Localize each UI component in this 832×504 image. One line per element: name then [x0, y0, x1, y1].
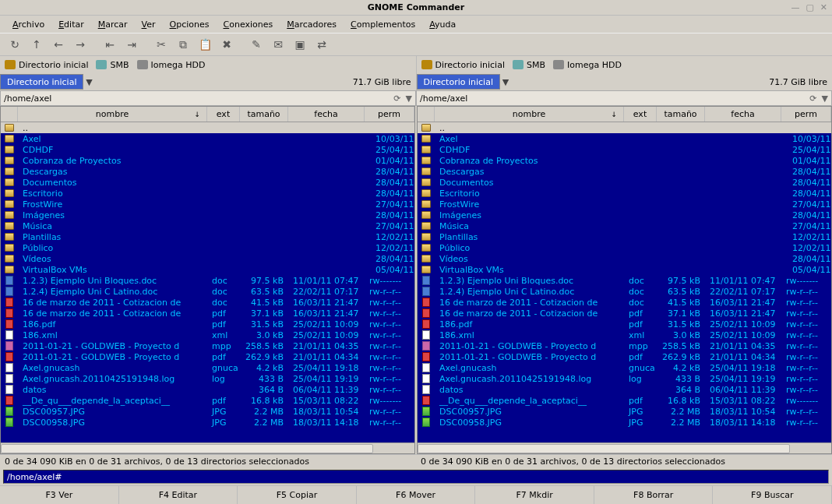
close-icon[interactable]: ✕	[820, 2, 827, 12]
file-row[interactable]: CDHDF25/04/11 18:56rwxr-xr-x	[418, 144, 831, 155]
connection-iomega-hdd[interactable]: Iomega HDD	[137, 60, 206, 70]
refresh-icon[interactable]: ↻	[5, 34, 25, 55]
col-header-size[interactable]: tamaño	[657, 107, 705, 122]
file-row[interactable]: DSC00958.JPGJPG2.2 MB18/03/11 14:18rw-r-…	[418, 417, 831, 428]
col-header-size[interactable]: tamaño	[240, 107, 288, 122]
file-row[interactable]: 186.xmlxml3.0 kB25/02/11 10:09rw-r--r--	[418, 330, 831, 340]
file-row[interactable]: 2011-01-21 - GOLDWEB - Proyecto dpdf262.…	[418, 351, 831, 362]
file-row[interactable]: Imágenes28/04/11 00:53rwxr-xr-x	[1, 210, 414, 220]
dropdown-icon[interactable]: ▼	[500, 77, 511, 87]
file-row[interactable]: Música27/04/11 23:39rwxr-xr-x	[418, 220, 831, 231]
col-header-icon[interactable]	[418, 107, 435, 122]
col-header-ext[interactable]: ext	[207, 107, 240, 122]
file-row[interactable]: Axel10/03/11 21:35rwx------	[418, 133, 831, 144]
menu-ver[interactable]: Ver	[136, 18, 162, 31]
paste-icon[interactable]: 📋	[195, 34, 215, 55]
menu-archivo[interactable]: Archivo	[6, 18, 51, 31]
col-header-name[interactable]: nombre↓	[18, 107, 207, 122]
file-row[interactable]: 186.pdfpdf31.5 kB25/02/11 10:09rw-r--r--	[1, 319, 414, 330]
file-list[interactable]: ..Axel10/03/11 21:35rwx------CDHDF25/04/…	[1, 122, 414, 442]
file-row[interactable]: Cobranza de Proyectos01/04/11 13:22rwxr-…	[418, 155, 831, 166]
dropdown-icon[interactable]: ▼	[822, 93, 828, 104]
file-row[interactable]: 16 de marzo de 2011 - Cotizacion depdf37…	[418, 308, 831, 319]
file-row[interactable]: Documentos28/04/11 02:16rwxr-xr-x	[1, 177, 414, 188]
file-row[interactable]: 16 de marzo de 2011 - Cotizacion depdf37…	[1, 308, 414, 319]
parent-dir-row[interactable]: ..	[1, 122, 414, 133]
fkey-f7[interactable]: F7 Mkdir	[475, 486, 594, 504]
file-row[interactable]: Escritorio28/04/11 02:34rwxr-xr-x	[418, 188, 831, 199]
file-row[interactable]: 16 de marzo de 2011 - Cotizacion dedoc41…	[418, 297, 831, 308]
horizontal-scrollbar[interactable]	[418, 442, 831, 453]
fkey-f5[interactable]: F5 Copiar	[238, 486, 357, 504]
cmdline-input[interactable]: /home/axel#	[3, 470, 829, 484]
history-icon[interactable]: ⟳	[809, 93, 816, 104]
file-row[interactable]: Axel10/03/11 21:35rwx------	[1, 133, 414, 144]
connection-smb[interactable]: SMB	[513, 60, 545, 70]
file-row[interactable]: Descargas28/04/11 02:32rwxr-xr-x	[1, 166, 414, 177]
file-row[interactable]: datos364 B06/04/11 11:39rw-r--r--	[1, 384, 414, 395]
file-row[interactable]: Público12/02/11 14:32rwxr-xr-x	[1, 242, 414, 253]
file-row[interactable]: Descargas28/04/11 02:32rwxr-xr-x	[418, 166, 831, 177]
mail-icon[interactable]: ✉	[268, 34, 288, 55]
col-header-icon[interactable]	[1, 107, 18, 122]
col-header-date[interactable]: fecha	[705, 107, 781, 122]
fkey-f6[interactable]: F6 Mover	[357, 486, 476, 504]
file-row[interactable]: 16 de marzo de 2011 - Cotizacion dedoc41…	[1, 297, 414, 308]
menu-opciones[interactable]: Opciones	[164, 18, 216, 31]
file-row[interactable]: 1.2.4) Ejemplo Uni C Latino.docdoc63.5 k…	[1, 286, 414, 297]
file-row[interactable]: Axel.gnucash.20110425191948.loglog433 B2…	[1, 373, 414, 384]
menu-complementos[interactable]: Complementos	[344, 18, 421, 31]
connection-smb[interactable]: SMB	[96, 60, 129, 70]
file-row[interactable]: 2011-01-21 - GOLDWEB - Proyecto dpdf262.…	[1, 351, 414, 362]
file-row[interactable]: __De_qu___depende_la_aceptaci__pdf16.8 k…	[418, 395, 831, 406]
connection-iomega-hdd[interactable]: Iomega HDD	[553, 60, 622, 70]
file-row[interactable]: Vídeos28/04/11 04:40rwxr-xr-x	[1, 253, 414, 264]
dropdown-icon[interactable]: ▼	[406, 93, 412, 104]
history-icon[interactable]: ⟳	[393, 93, 400, 104]
delete-icon[interactable]: ✖	[217, 34, 237, 55]
breadcrumb-label[interactable]: Directorio inicial	[417, 74, 500, 90]
file-row[interactable]: 2011-01-21 - GOLDWEB - Proyecto dmpp258.…	[1, 340, 414, 351]
file-row[interactable]: FrostWire27/04/11 12:18rwxr-xr-x	[418, 199, 831, 210]
file-row[interactable]: Escritorio28/04/11 02:34rwxr-xr-x	[1, 188, 414, 199]
forward-icon[interactable]: →	[70, 34, 90, 55]
breadcrumb-label[interactable]: Directorio inicial	[0, 74, 83, 90]
minimize-icon[interactable]: —	[791, 2, 799, 12]
file-row[interactable]: Axel.gnucashgnuca4.2 kB25/04/11 19:18rw-…	[418, 362, 831, 373]
file-row[interactable]: 2011-01-21 - GOLDWEB - Proyecto dmpp258.…	[418, 340, 831, 351]
file-row[interactable]: VirtualBox VMs05/04/11 10:16rwxr-xr-x	[418, 264, 831, 275]
cut-icon[interactable]: ✂	[151, 34, 171, 55]
file-row[interactable]: 1.2.3) Ejemplo Uni Bloques.docdoc97.5 kB…	[418, 275, 831, 286]
col-header-perm[interactable]: perm	[365, 107, 414, 122]
remote-icon[interactable]: ⇄	[312, 34, 332, 55]
file-row[interactable]: Plantillas12/02/11 14:32rwxr-xr-x	[1, 231, 414, 242]
left-path[interactable]: /home/axel ⟳▼	[0, 90, 416, 106]
menu-marcar[interactable]: Marcar	[92, 18, 134, 31]
fkey-f3[interactable]: F3 Ver	[0, 486, 119, 504]
file-row[interactable]: FrostWire27/04/11 12:18rwxr-xr-x	[1, 199, 414, 210]
menu-marcadores[interactable]: Marcadores	[280, 18, 343, 31]
menu-conexiones[interactable]: Conexiones	[217, 18, 280, 31]
edit-icon[interactable]: ✎	[246, 34, 266, 55]
file-row[interactable]: CDHDF25/04/11 18:56rwxr-xr-x	[1, 144, 414, 155]
maximize-icon[interactable]: ▢	[806, 2, 813, 12]
file-row[interactable]: Música27/04/11 23:39rwxr-xr-x	[1, 220, 414, 231]
file-row[interactable]: datos364 B06/04/11 11:39rw-r--r--	[418, 384, 831, 395]
file-row[interactable]: DSC00957.JPGJPG2.2 MB18/03/11 10:54rw-r-…	[418, 406, 831, 417]
file-row[interactable]: Plantillas12/02/11 14:32rwxr-xr-x	[418, 231, 831, 242]
fkey-f9[interactable]: F9 Buscar	[713, 486, 832, 504]
dropdown-icon[interactable]: ▼	[83, 77, 94, 87]
col-header-ext[interactable]: ext	[624, 107, 657, 122]
connection-directorio-inicial[interactable]: Directorio inicial	[421, 60, 505, 70]
file-row[interactable]: Vídeos28/04/11 04:40rwxr-xr-x	[418, 253, 831, 264]
file-row[interactable]: Imágenes28/04/11 00:53rwxr-xr-x	[418, 210, 831, 220]
scrollbar-thumb[interactable]	[1, 444, 373, 453]
col-header-name[interactable]: nombre↓	[435, 107, 624, 122]
col-header-date[interactable]: fecha	[288, 107, 365, 122]
scrollbar-thumb[interactable]	[418, 444, 790, 453]
back-icon[interactable]: ←	[48, 34, 69, 55]
file-list[interactable]: ..Axel10/03/11 21:35rwx------CDHDF25/04/…	[418, 122, 831, 442]
col-header-perm[interactable]: perm	[781, 107, 831, 122]
file-row[interactable]: 186.xmlxml3.0 kB25/02/11 10:09rw-r--r--	[1, 330, 414, 340]
file-row[interactable]: 1.2.3) Ejemplo Uni Bloques.docdoc97.5 kB…	[1, 275, 414, 286]
